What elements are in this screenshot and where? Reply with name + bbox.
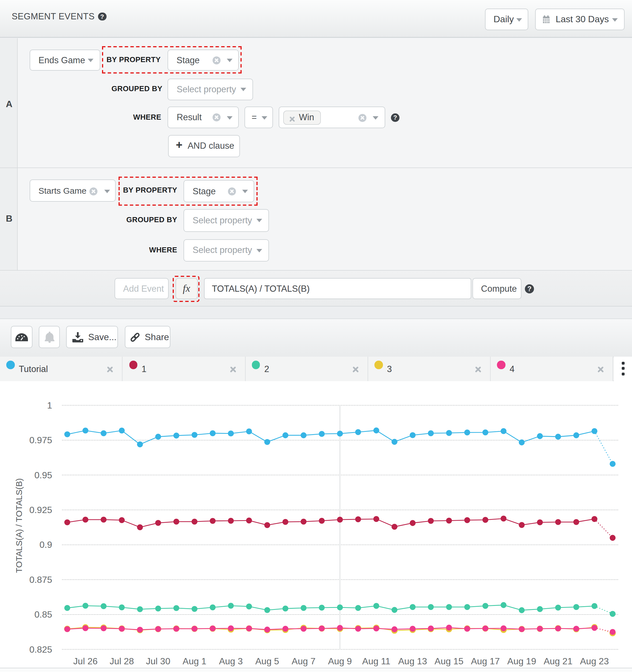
svg-text:Aug 3: Aug 3 (219, 656, 243, 666)
svg-text:Jul 28: Jul 28 (110, 656, 134, 666)
svg-text:Aug 9: Aug 9 (328, 656, 352, 666)
svg-text:Aug 11: Aug 11 (362, 656, 390, 666)
svg-text:Jul 26: Jul 26 (73, 656, 97, 666)
svg-text:Aug 21: Aug 21 (544, 656, 572, 666)
svg-text:0.825: 0.825 (29, 644, 52, 654)
svg-text:TOTALS(A) / TOTALS(B): TOTALS(A) / TOTALS(B) (14, 478, 24, 573)
svg-text:0.85: 0.85 (34, 609, 52, 619)
svg-text:Aug 19: Aug 19 (507, 656, 536, 666)
svg-text:0.95: 0.95 (34, 470, 52, 480)
svg-text:Aug 7: Aug 7 (292, 656, 316, 666)
svg-text:0.925: 0.925 (29, 504, 52, 515)
svg-text:Aug 17: Aug 17 (471, 656, 500, 666)
svg-text:Aug 13: Aug 13 (398, 656, 427, 666)
svg-text:0.875: 0.875 (29, 574, 52, 584)
svg-text:1: 1 (47, 400, 52, 410)
svg-text:Jul 30: Jul 30 (146, 656, 170, 666)
svg-text:Aug 15: Aug 15 (435, 656, 463, 666)
svg-text:Aug 1: Aug 1 (183, 656, 207, 666)
svg-text:0.9: 0.9 (40, 539, 52, 550)
svg-text:Aug 5: Aug 5 (255, 656, 279, 666)
svg-text:0.975: 0.975 (29, 435, 52, 445)
svg-text:Aug 23: Aug 23 (580, 656, 609, 666)
